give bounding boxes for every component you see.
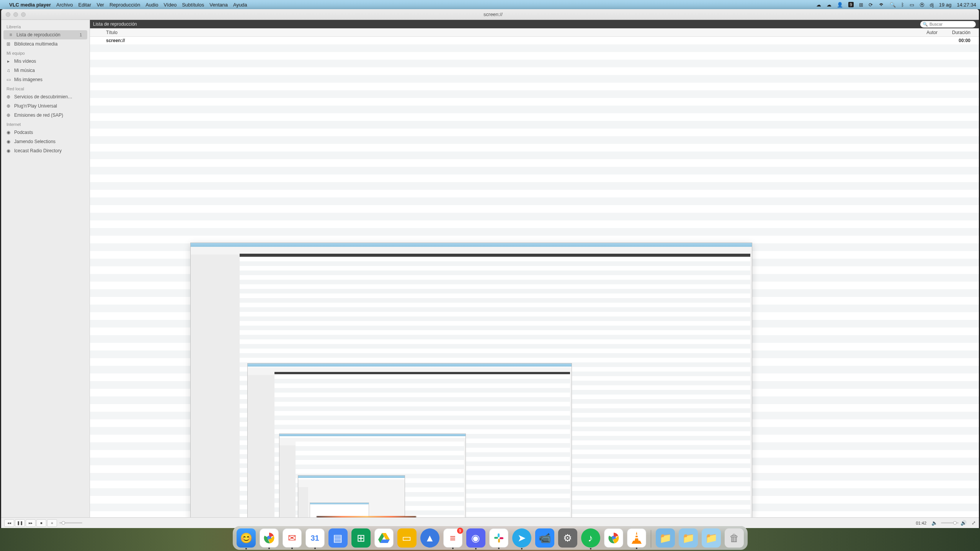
dock-folder-1[interactable]: 📁 — [656, 528, 675, 548]
zoom-button[interactable] — [21, 12, 26, 17]
wifi-icon[interactable] — [878, 2, 884, 7]
screen-capture-preview — [190, 243, 752, 517]
playlist-row[interactable]: screen:// 00:00 — [90, 37, 979, 44]
search-field[interactable]: 🔍 — [920, 21, 976, 28]
dock-send[interactable]: ▲ — [420, 528, 439, 548]
dock-vlc[interactable] — [627, 528, 646, 548]
bluetooth-icon[interactable]: ᛒ — [901, 2, 904, 8]
next-button[interactable]: ▸▸ — [26, 519, 36, 527]
control-center-icon[interactable]: ⦿ — [920, 2, 924, 8]
podcast-icon: ◉ — [5, 139, 12, 144]
dock-finder[interactable]: 😊 — [237, 528, 256, 548]
sidebar-header-redlocal: Red local — [1, 84, 90, 92]
col-author[interactable]: Autor — [907, 30, 941, 35]
sidebar-item-discovery[interactable]: ⊕ Servicios de descubrimien… — [1, 92, 90, 101]
volume-slider[interactable] — [941, 522, 959, 523]
dock-sheets[interactable]: ⊞ — [351, 528, 371, 548]
close-button[interactable] — [6, 12, 10, 17]
stop-button[interactable]: ■ — [36, 519, 46, 527]
dock-gmail[interactable]: ✉ — [283, 528, 302, 548]
sidebar-item-playlist[interactable]: ≡ Lista de reproducción 1 — [3, 30, 87, 39]
app-name[interactable]: VLC media player — [9, 2, 51, 8]
notification-badge[interactable]: 9 — [848, 2, 854, 7]
fullscreen-button[interactable]: ⤢ — [972, 520, 976, 526]
cloud-icon-2[interactable]: ☁ — [826, 2, 831, 8]
svg-rect-4 — [498, 539, 500, 543]
menu-subtitulos[interactable]: Subtítulos — [182, 2, 204, 8]
sidebar-item-upnp[interactable]: ⊕ Plug'n'Play Universal — [1, 101, 90, 111]
menu-ventana[interactable]: Ventana — [209, 2, 228, 8]
col-title[interactable]: Título — [90, 30, 907, 35]
pause-button[interactable]: ❚❚ — [15, 519, 25, 527]
dock-settings[interactable]: ⚙ — [558, 528, 577, 548]
menu-audio[interactable]: Audio — [145, 2, 158, 8]
menu-ayuda[interactable]: Ayuda — [233, 2, 247, 8]
cloud-icon[interactable]: ☁ — [816, 2, 821, 8]
sidebar-header-miequipo: Mi equipo — [1, 49, 90, 57]
dock-chrome[interactable] — [260, 528, 279, 548]
sidebar-item-sap[interactable]: ⊕ Emisiones de red (SAP) — [1, 111, 90, 120]
menubar-date[interactable]: 19 ag — [939, 2, 952, 8]
dock-discord[interactable]: ◉ — [466, 528, 485, 548]
menu-editar[interactable]: Editar — [78, 2, 91, 8]
videos-icon: ▸ — [5, 59, 12, 64]
sidebar-item-podcasts[interactable]: ◉ Podcasts — [1, 128, 90, 137]
main-content: Lista de reproducción 🔍 Título Autor Dur… — [90, 20, 979, 517]
dock-folder-3[interactable]: 📁 — [702, 528, 721, 548]
search-icon: 🔍 — [923, 22, 928, 27]
menu-ver[interactable]: Ver — [96, 2, 104, 8]
vlc-window: screen:// Librería ≡ Lista de reproducci… — [1, 9, 979, 517]
dock-trash[interactable]: 🗑 — [725, 528, 744, 548]
dock-todoist[interactable]: ≡9 — [443, 528, 462, 548]
dock-drive[interactable] — [374, 528, 394, 548]
sidebar-item-label: Servicios de descubrimien… — [14, 94, 72, 99]
menubar-time[interactable]: 14:27:34 — [957, 2, 976, 8]
dj-indicator[interactable]: dj — [930, 2, 934, 8]
user-icon[interactable]: 👤 — [837, 2, 843, 8]
dock-docs[interactable]: ▤ — [328, 528, 348, 548]
menu-video[interactable]: Vídeo — [163, 2, 176, 8]
sidebar-item-videos[interactable]: ▸ Mis vídeos — [1, 57, 90, 66]
dock-slack[interactable] — [489, 528, 508, 548]
dock-chrome-2[interactable] — [604, 528, 623, 548]
playlist-icon: ≡ — [7, 32, 14, 37]
menu-reproduccion[interactable]: Reproducción — [109, 2, 140, 8]
network-icon: ⊕ — [5, 112, 12, 118]
podcast-icon: ◉ — [5, 130, 12, 135]
sidebar-item-icecast[interactable]: ◉ Icecast Radio Directory — [1, 146, 90, 155]
menu-archivo[interactable]: Archivo — [56, 2, 73, 8]
menubar-status-icons: ☁ ☁ 👤 9 ⊞ ⟳ 🔍 ᛒ ▭ ⦿ dj 19 ag 14:27:34 — [816, 2, 976, 8]
svg-rect-2 — [498, 533, 500, 537]
sidebar-item-label: Mi música — [14, 68, 35, 73]
grid-icon[interactable]: ⊞ — [859, 2, 863, 8]
prev-button[interactable]: ◂◂ — [4, 519, 14, 527]
spotlight-icon[interactable]: 🔍 — [890, 2, 896, 8]
dock-calendar[interactable]: 31 — [305, 528, 325, 548]
sidebar-item-label: Mis vídeos — [14, 59, 36, 64]
playlist-toggle-button[interactable]: ≡ — [47, 519, 57, 527]
dock-spotify[interactable]: ♪ — [581, 528, 600, 548]
volume-up-icon[interactable]: 🔊 — [960, 520, 967, 526]
svg-rect-9 — [635, 537, 638, 538]
dock-slides[interactable]: ▭ — [397, 528, 416, 548]
sidebar-item-library[interactable]: ⊞ Biblioteca multimedia — [1, 39, 90, 49]
sync-icon[interactable]: ⟳ — [869, 2, 873, 8]
dock-telegram[interactable]: ➤ — [512, 528, 531, 548]
dock-folder-2[interactable]: 📁 — [679, 528, 698, 548]
search-input[interactable] — [929, 22, 980, 26]
dock-zoom[interactable]: 📹 — [535, 528, 554, 548]
sidebar-item-label: Icecast Radio Directory — [14, 148, 62, 153]
sidebar-item-images[interactable]: ▭ Mis imágenes — [1, 75, 90, 84]
sidebar-header-internet: Internet — [1, 120, 90, 128]
sidebar-item-music[interactable]: ♫ Mi música — [1, 66, 90, 75]
sidebar-header-libreria: Librería — [1, 22, 90, 30]
sidebar-item-jamendo[interactable]: ◉ Jamendo Selections — [1, 137, 90, 146]
row-title: screen:// — [90, 38, 907, 43]
minimize-button[interactable] — [13, 12, 18, 17]
progress-slider[interactable] — [59, 522, 82, 523]
desktop-background: 😊 ✉ 31 ▤ ⊞ ▭ ▲ ≡9 ◉ ➤ 📹 ⚙ ♪ 📁 — [0, 528, 980, 551]
col-duration[interactable]: Duración — [941, 30, 979, 35]
display-icon[interactable]: ▭ — [910, 2, 914, 8]
sidebar-item-label: Emisiones de red (SAP) — [14, 112, 63, 118]
volume-down-icon[interactable]: 🔈 — [931, 520, 938, 526]
